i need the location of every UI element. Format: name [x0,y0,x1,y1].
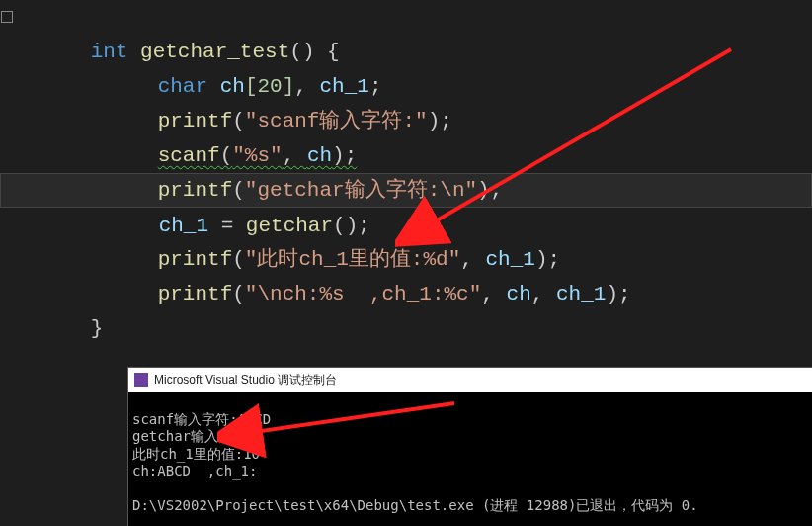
code-line: char ch[20], ch_1; [0,35,812,69]
code-line-current: ch_1 = getchar(); [0,173,812,208]
console-line: ch:ABCD ,ch_1: [132,463,257,479]
console-line [132,481,140,496]
console-output[interactable]: scanf输入字符:ABCD getchar输入字符: 此时ch_1里的值:10… [128,392,812,526]
code-line: printf("getchar输入字符:\n"); [0,138,812,173]
code-line: printf("\nch:%s ,ch_1:%c", ch, ch_1); [0,242,812,277]
code-line: int getchar_test() { [0,0,812,35]
editor-left-strip [0,367,127,526]
console-titlebar[interactable]: Microsoft Visual Studio 调试控制台 [128,368,812,392]
code-line: printf("此时ch_1里的值:%d", ch_1); [0,208,812,242]
fold-icon[interactable] [1,11,13,23]
vs-icon [134,373,148,387]
console-path: D:\VS2002\Project\test\x64\Debug\test.ex… [132,497,698,513]
console-title: Microsoft Visual Studio 调试控制台 [154,372,337,389]
code-line: scanf("%s", ch); [0,104,812,138]
console-line: 此时ch_1里的值:10 [132,446,260,462]
fold-gutter[interactable] [0,0,16,35]
debug-console-window[interactable]: Microsoft Visual Studio 调试控制台 scanf输入字符:… [127,367,812,526]
console-line: getchar输入字符: [132,428,254,444]
code-editor[interactable]: int getchar_test() { char ch[20], ch_1; … [0,0,812,366]
code-line: } [0,277,812,311]
console-line: scanf输入字符:ABCD [132,411,271,427]
code-line: printf("scanf输入字符:"); [0,69,812,104]
